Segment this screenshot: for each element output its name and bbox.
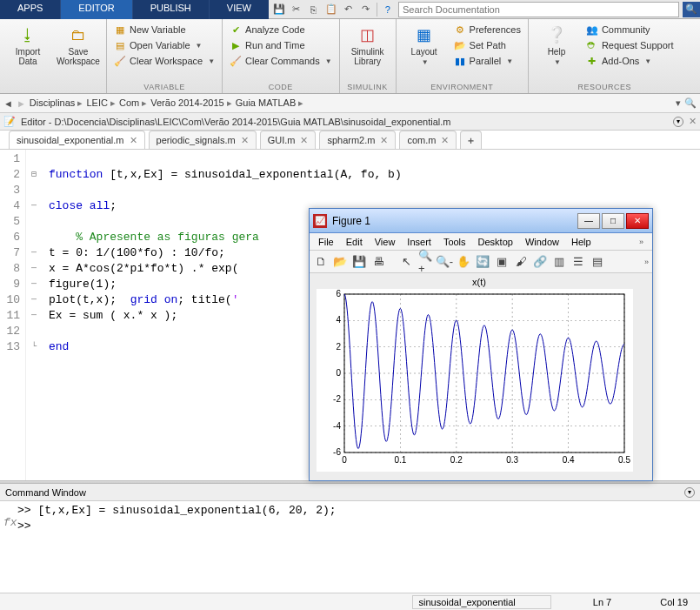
- request-support-button[interactable]: ⛑Request Support: [584, 38, 676, 52]
- new-variable-button[interactable]: ▦New Variable: [112, 23, 217, 37]
- simulink-icon: ◫: [357, 24, 378, 45]
- menu-view[interactable]: View: [370, 236, 401, 248]
- crumb-3[interactable]: Verão 2014-2015: [150, 97, 231, 109]
- menu-help[interactable]: Help: [566, 236, 597, 248]
- open-variable-icon: ▤: [114, 39, 126, 51]
- command-window-title: Command Window ▾: [0, 484, 700, 501]
- figure-title: Figure 1: [332, 215, 572, 227]
- figure-titlebar[interactable]: 📈 Figure 1 — □ ✕: [310, 209, 652, 233]
- clear-commands-button[interactable]: 🧹Clear Commands▼: [228, 54, 334, 68]
- close-editor-icon[interactable]: ✕: [689, 116, 697, 127]
- editor-tab[interactable]: periodic_signals.m✕: [149, 131, 257, 149]
- editor-tab[interactable]: GUI.m✕: [260, 131, 317, 149]
- layout-button[interactable]: ▦Layout▼: [402, 23, 447, 68]
- set-path-button[interactable]: 📂Set Path: [452, 38, 523, 52]
- pan-icon[interactable]: ✋: [456, 254, 471, 270]
- rotate-icon[interactable]: 🔄: [475, 254, 490, 270]
- svg-text:0.5: 0.5: [618, 455, 630, 465]
- addons-button[interactable]: ✚Add-Ons▼: [584, 54, 676, 68]
- close-tab-icon[interactable]: ✕: [130, 135, 137, 146]
- menu-desktop[interactable]: Desktop: [473, 236, 518, 248]
- redo-icon[interactable]: ↷: [359, 3, 373, 17]
- help-button[interactable]: ❔Help▼: [534, 23, 579, 68]
- plottools-icon[interactable]: ▤: [590, 254, 605, 270]
- toolbar-overflow-icon[interactable]: »: [644, 258, 649, 266]
- close-tab-icon[interactable]: ✕: [300, 135, 308, 146]
- crumb-1[interactable]: LEIC: [86, 97, 116, 109]
- open-figure-icon[interactable]: 📂: [332, 254, 348, 270]
- dock-command-icon[interactable]: ▾: [684, 487, 695, 498]
- search-folder-icon[interactable]: 🔍: [684, 97, 697, 109]
- zoom-in-icon[interactable]: 🔍+: [417, 254, 433, 270]
- editor-tab[interactable]: sinusoidal_exponential.m✕: [9, 131, 145, 149]
- save-icon[interactable]: 💾: [272, 3, 286, 17]
- close-window-button[interactable]: ✕: [626, 213, 649, 229]
- back-icon[interactable]: ◄: [3, 98, 13, 109]
- open-variable-button[interactable]: ▤Open Variable▼: [112, 38, 217, 52]
- zoom-out-icon[interactable]: 🔍-: [437, 254, 452, 270]
- close-tab-icon[interactable]: ✕: [241, 135, 249, 146]
- menu-window[interactable]: Window: [520, 236, 564, 248]
- save-workspace-icon: 🗀: [68, 24, 89, 45]
- tab-editor[interactable]: EDITOR: [60, 0, 131, 19]
- pointer-icon[interactable]: ↖: [398, 254, 414, 270]
- menu-tools[interactable]: Tools: [438, 236, 471, 248]
- cmd-line: >> [t,x,Ex] = sinusoidal_exponential(6, …: [17, 503, 337, 519]
- brush-icon[interactable]: 🖌: [513, 254, 529, 270]
- new-variable-icon: ▦: [114, 23, 126, 36]
- group-label-variable: VARIABLE: [107, 82, 222, 93]
- crumb-2[interactable]: Com: [119, 97, 147, 109]
- copy-icon[interactable]: ⎘: [307, 3, 321, 17]
- close-tab-icon[interactable]: ✕: [380, 135, 388, 146]
- editor-tab[interactable]: spharm2.m✕: [319, 131, 396, 149]
- menu-edit[interactable]: Edit: [341, 236, 368, 248]
- datacursor-icon[interactable]: ▣: [494, 254, 510, 270]
- community-button[interactable]: 👥Community: [584, 23, 676, 37]
- cut-icon[interactable]: ✂: [290, 3, 303, 17]
- editor-tab[interactable]: com.m✕: [399, 131, 457, 149]
- import-data-button[interactable]: ⭳Import Data: [5, 23, 50, 68]
- simulink-library-button[interactable]: ◫Simulink Library: [345, 23, 390, 68]
- menu-overflow-icon[interactable]: »: [634, 237, 649, 247]
- help-icon[interactable]: ?: [381, 3, 395, 17]
- status-bar: sinusoidal_exponential Ln 7 Col 19: [0, 593, 700, 610]
- preferences-button[interactable]: ⚙Preferences: [452, 23, 523, 37]
- search-button[interactable]: 🔍: [683, 2, 700, 17]
- save-figure-icon[interactable]: 💾: [351, 254, 367, 270]
- path-icon: 📂: [454, 39, 466, 51]
- legend-icon[interactable]: ☰: [570, 254, 586, 270]
- toolstrip: ⭳Import Data 🗀Save Workspace ▦New Variab…: [0, 19, 700, 94]
- fold-gutter[interactable]: ⊟──────└: [26, 150, 42, 480]
- tab-apps[interactable]: APPS: [0, 0, 60, 19]
- status-line: Ln 7: [586, 596, 618, 608]
- clear-workspace-button[interactable]: 🧹Clear Workspace▼: [112, 54, 217, 68]
- editor-title-bar: 📝 Editor - D:\Docencia\Disciplinas\LEIC\…: [0, 113, 700, 131]
- colorbar-icon[interactable]: ▥: [551, 254, 567, 270]
- command-window[interactable]: fx >> [t,x,Ex] = sinusoidal_exponential(…: [0, 501, 700, 555]
- crumb-0[interactable]: Disciplinas: [30, 97, 83, 109]
- run-time-button[interactable]: ▶Run and Time: [228, 38, 334, 52]
- search-input[interactable]: [398, 2, 679, 17]
- crumb-4[interactable]: Guia MATLAB: [236, 97, 304, 109]
- status-column: Col 19: [653, 596, 695, 608]
- close-tab-icon[interactable]: ✕: [441, 135, 449, 146]
- paste-icon[interactable]: 📋: [324, 3, 338, 17]
- undo-icon[interactable]: ↶: [342, 3, 356, 17]
- new-figure-icon[interactable]: 🗋: [313, 254, 329, 270]
- forward-icon[interactable]: ►: [17, 98, 26, 109]
- dock-icon[interactable]: ▾: [673, 117, 683, 127]
- link-icon[interactable]: 🔗: [532, 254, 548, 270]
- menu-insert[interactable]: Insert: [402, 236, 437, 248]
- breadcrumb-dropdown-icon[interactable]: ▾: [676, 97, 681, 109]
- parallel-button[interactable]: ▮▮Parallel▼: [452, 54, 523, 68]
- analyze-code-button[interactable]: ✔Analyze Code: [228, 23, 334, 37]
- new-tab-button[interactable]: ＋: [460, 131, 482, 149]
- save-workspace-button[interactable]: 🗀Save Workspace: [56, 23, 101, 68]
- menu-file[interactable]: File: [313, 236, 339, 248]
- maximize-button[interactable]: □: [602, 213, 624, 229]
- print-icon[interactable]: 🖶: [370, 254, 386, 270]
- tab-publish[interactable]: PUBLISH: [132, 0, 209, 19]
- figure-window[interactable]: 📈 Figure 1 — □ ✕ File Edit View Insert T…: [309, 208, 653, 481]
- minimize-button[interactable]: —: [577, 213, 600, 229]
- tab-view[interactable]: VIEW: [209, 0, 269, 19]
